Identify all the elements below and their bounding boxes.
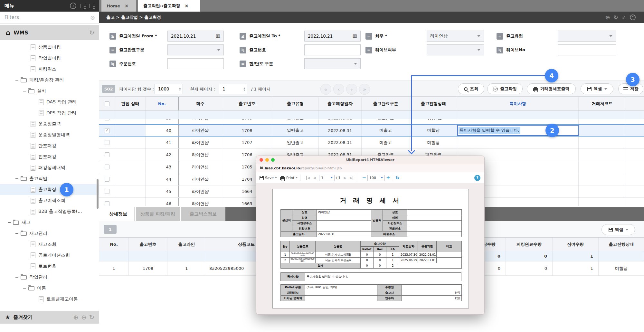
- select-all-checkbox[interactable]: [105, 101, 109, 106]
- prev-page-button[interactable]: ‹: [333, 84, 344, 95]
- close-tab-icon[interactable]: ×: [185, 3, 188, 8]
- row-checkbox[interactable]: [105, 177, 109, 182]
- collapse-node-icon[interactable]: [15, 277, 18, 278]
- first-report-page-button[interactable]: ◀: [306, 176, 310, 180]
- prev-report-page-button[interactable]: ◀: [313, 176, 316, 180]
- next-report-page-button[interactable]: ▶: [344, 176, 346, 180]
- tree-item[interactable]: 단포패킹: [0, 140, 99, 151]
- collapse-node-icon[interactable]: [15, 80, 18, 81]
- report-page-select[interactable]: 1: [319, 175, 335, 181]
- window-layout-icon[interactable]: [89, 4, 94, 8]
- collapse-node-icon[interactable]: [23, 91, 26, 91]
- table-row[interactable]: 39 라이언샵 1709 일반출고 2022.09.01 출고완료 피킹완료: [99, 119, 644, 124]
- last-report-page-button[interactable]: ▶: [350, 176, 353, 180]
- tree-folder[interactable]: 설비: [0, 86, 99, 97]
- tree-item[interactable]: 운송장출력: [0, 119, 99, 129]
- date-to-input[interactable]: 2022.10.21▦: [304, 31, 361, 42]
- tab-detail-info[interactable]: 상세정보: [102, 207, 135, 221]
- tree-item[interactable]: 운송장발행내역: [0, 129, 99, 140]
- tab-active[interactable]: 출고작업::출고확정 ×: [138, 0, 200, 12]
- complete-select[interactable]: [167, 44, 224, 55]
- note-edit-cell[interactable]: 특이사항을 입력할 수 있습니다.: [457, 125, 579, 136]
- next-page-button[interactable]: ›: [346, 84, 357, 95]
- tree-item[interactable]: B2B 출고작업등록(...: [0, 206, 99, 217]
- tree-layout-icon[interactable]: [80, 4, 85, 8]
- collapse-panel-icon[interactable]: ^: [630, 14, 636, 20]
- row-checkbox-checked[interactable]: ✓: [105, 128, 109, 133]
- tree-item[interactable]: 로트별재고이동: [0, 294, 99, 305]
- window-titlebar[interactable]: UbiReport4 HTMLViewer: [256, 156, 484, 164]
- zoom-in-icon[interactable]: +: [386, 175, 390, 181]
- calendar-icon[interactable]: ▦: [216, 33, 220, 39]
- tree-folder[interactable]: 재고: [0, 217, 99, 228]
- tree-item[interactable]: 합포패킹: [0, 151, 99, 162]
- tree-folder[interactable]: 재고관리: [0, 228, 99, 239]
- clear-filter-icon[interactable]: ⊗: [90, 14, 95, 21]
- viewer-save-button[interactable]: Save: [260, 176, 277, 180]
- tree-folder[interactable]: 패킹/운송장 관리: [0, 75, 99, 86]
- table-filter-row[interactable]: [99, 111, 644, 119]
- row-checkbox[interactable]: [105, 201, 109, 206]
- tree-item[interactable]: DPS 작업 관리: [0, 108, 99, 119]
- ship-no-input[interactable]: [304, 44, 361, 55]
- refresh-report-icon[interactable]: ↻: [396, 175, 400, 180]
- report-viewer-window[interactable]: UbiReport4 HTMLViewer laas.cbt.kakaoi.io…: [256, 156, 485, 315]
- zoom-out-icon[interactable]: −: [362, 175, 366, 181]
- tab-box-info[interactable]: 출고박스정보: [181, 207, 225, 221]
- tab-home[interactable]: Home ×: [101, 0, 136, 12]
- tree-root-wms[interactable]: ⌂ WMS ↻: [0, 25, 99, 40]
- add-favorite-icon[interactable]: ⊕: [73, 314, 78, 321]
- tree-item[interactable]: 공로케이션조회: [0, 250, 99, 261]
- step-up-icon[interactable]: ▲: [243, 87, 245, 89]
- ship-confirm-button[interactable]: 출고확정: [487, 83, 523, 94]
- row-checkbox[interactable]: [105, 189, 109, 194]
- rows-per-page-stepper[interactable]: 1000 ▲▼: [155, 84, 183, 94]
- table-row-selected[interactable]: ✓ 40 라이언샵 1708 일반출고 2022.08.31 미출고 미할당 특…: [99, 124, 644, 137]
- row-checkbox[interactable]: [105, 119, 109, 120]
- collapse-node-icon[interactable]: [8, 222, 11, 223]
- collapse-node-icon[interactable]: [23, 288, 26, 289]
- search-button[interactable]: 조회: [458, 83, 484, 94]
- order-no-input[interactable]: [167, 58, 224, 69]
- filter-input[interactable]: Filters: [5, 14, 19, 20]
- tab-picking-packing[interactable]: 상품별 피킹/패킹: [136, 207, 180, 221]
- row-checkbox[interactable]: [105, 140, 109, 145]
- step-up-icon[interactable]: ▲: [179, 87, 181, 89]
- table-row[interactable]: 41 라이언샵 1707 일반출고 2022.08.31 미출고 미할당: [99, 137, 644, 149]
- step-down-icon[interactable]: ▼: [179, 89, 181, 91]
- tree-item[interactable]: 작업별피킹: [0, 53, 99, 64]
- apply-icon[interactable]: ✓: [622, 14, 626, 21]
- tree-item[interactable]: 패킹상세내역: [0, 162, 99, 173]
- detail-excel-button[interactable]: 엑셀: [601, 224, 635, 235]
- tree-folder[interactable]: 출고작업: [0, 173, 99, 184]
- tree-item-selected[interactable]: 출고확정: [0, 184, 99, 195]
- tree-item[interactable]: 재고조회: [0, 239, 99, 250]
- address-bar[interactable]: laas.cbt.kakaoi.io/report/ubi4/ubihtml.j…: [256, 164, 484, 172]
- help-icon[interactable]: ?: [474, 175, 480, 181]
- tree-folder[interactable]: 이동: [0, 283, 99, 294]
- wave-yn-select[interactable]: [427, 44, 484, 55]
- tree-folder[interactable]: 작업관리: [0, 272, 99, 283]
- viewer-print-button[interactable]: Print: [280, 176, 298, 180]
- remove-favorite-icon[interactable]: ⊖: [81, 314, 86, 321]
- last-page-button[interactable]: »: [359, 84, 370, 95]
- tree-item[interactable]: DAS 작업 관리: [0, 97, 99, 108]
- date-from-input[interactable]: 2021.10.21▦: [167, 31, 224, 42]
- add-screen-icon[interactable]: ⊕: [605, 14, 610, 21]
- collapse-node-icon[interactable]: [15, 178, 18, 179]
- ship-type-select[interactable]: [558, 31, 616, 42]
- close-tab-icon[interactable]: ×: [125, 3, 128, 8]
- calendar-icon[interactable]: ▦: [353, 33, 357, 39]
- shipper-select[interactable]: 라이언샵: [427, 31, 484, 42]
- tree-item[interactable]: 출고이력조회: [0, 195, 99, 206]
- refresh-icon[interactable]: ↻: [89, 29, 94, 36]
- sidebar-scrollbar[interactable]: [97, 179, 99, 209]
- tree-item[interactable]: 피킹취소: [0, 64, 99, 75]
- row-checkbox[interactable]: [105, 165, 109, 169]
- first-page-button[interactable]: «: [320, 84, 331, 95]
- refresh-favorites-icon[interactable]: ↻: [89, 314, 94, 321]
- wave-no-input[interactable]: [558, 44, 616, 55]
- tree-item[interactable]: 로트번호: [0, 261, 99, 272]
- tree-item[interactable]: 상품별피킹: [0, 42, 99, 53]
- zoom-level-select[interactable]: 100: [367, 175, 385, 181]
